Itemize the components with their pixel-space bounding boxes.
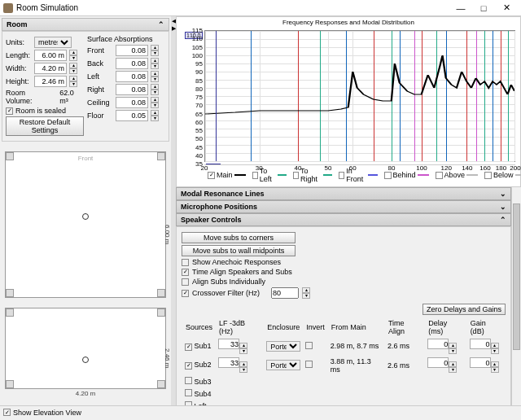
abs-front-input[interactable] [116, 45, 148, 56]
room-elevation-view[interactable] [5, 308, 166, 389]
abs-right-input[interactable] [116, 84, 148, 95]
lf-input[interactable] [218, 339, 239, 349]
collapse-icon: ⌃ [500, 216, 506, 224]
legend-checkbox[interactable] [339, 172, 345, 179]
legend-checkbox[interactable] [252, 172, 258, 179]
minimize-button[interactable]: — [449, 1, 472, 15]
xover-checkbox[interactable]: ✓ [182, 290, 189, 297]
enclosure-select[interactable]: Ported [266, 341, 300, 352]
legend-checkbox[interactable]: ✓ [208, 172, 215, 179]
show-elevation-label: Show Elevation View [13, 409, 81, 417]
invert-checkbox[interactable] [305, 342, 313, 349]
source-checkbox[interactable]: ✓ [185, 343, 192, 351]
title-bar: Room Simulation — □ ✕ [0, 0, 521, 16]
gain-input[interactable] [470, 339, 491, 349]
table-row: ✓ Sub2▴▾Ported3.88 m, 11.3 ms2.6 ms▴▾▴▾ [183, 357, 504, 374]
room-panel-header[interactable]: Room⌃ [2, 18, 169, 31]
modal-resonance-header[interactable]: Modal Resonance Lines⌄ [176, 187, 511, 200]
expand-icon: ⌄ [500, 190, 506, 198]
delay-input[interactable] [427, 339, 449, 349]
table-row: Left [183, 400, 504, 406]
restore-defaults-button[interactable]: Restore Default Settings [6, 116, 84, 136]
table-row: ✓ Sub1▴▾Ported2.98 m, 8.7 ms2.6 ms▴▾▴▾ [183, 338, 504, 355]
abs-back-input[interactable] [116, 58, 148, 69]
mic-positions-header[interactable]: Microphone Positions⌄ [176, 200, 511, 213]
collapse-icon: ⌃ [158, 20, 164, 28]
source-checkbox[interactable] [185, 389, 192, 396]
move-subs-midpoints-button[interactable]: Move subs to wall midpoints [182, 245, 296, 256]
legend-checkbox[interactable] [293, 172, 299, 179]
show-elevation-checkbox[interactable]: ✓ [3, 409, 11, 416]
left-panel: Room⌃ Units: metres Length: ▴▾ Width: ▴▾… [0, 16, 171, 405]
legend-checkbox[interactable] [484, 172, 492, 179]
legend-checkbox[interactable] [384, 172, 392, 179]
source-checkbox[interactable]: ✓ [185, 362, 192, 370]
align-indiv-checkbox[interactable] [182, 278, 189, 286]
delay-input[interactable] [427, 357, 449, 368]
timealign-checkbox[interactable]: ✓ [182, 269, 189, 276]
room-plan-view[interactable]: Front [5, 151, 166, 298]
app-icon [3, 3, 13, 13]
abs-ceiling-input[interactable] [116, 97, 148, 108]
length-input[interactable] [34, 50, 67, 61]
maximize-button[interactable]: □ [472, 1, 495, 15]
abs-left-input[interactable] [116, 71, 148, 82]
lf-input[interactable] [218, 357, 239, 368]
speaker-controls-header[interactable]: Speaker Controls⌃ [176, 213, 511, 226]
abs-floor-input[interactable] [116, 110, 148, 121]
source-checkbox[interactable] [185, 401, 192, 406]
width-input[interactable] [34, 63, 67, 74]
sealed-checkbox[interactable]: ✓ [6, 107, 13, 115]
legend-checkbox[interactable] [436, 172, 443, 179]
chart-title: Frequency Responses and Modal Distributi… [177, 17, 520, 28]
gain-input[interactable] [470, 357, 491, 368]
invert-checkbox[interactable] [305, 361, 313, 368]
table-row: Sub4 [183, 388, 504, 399]
xover-input[interactable] [271, 287, 299, 299]
units-select[interactable]: metres [34, 37, 72, 48]
anechoic-checkbox[interactable] [182, 259, 189, 266]
enclosure-select[interactable]: Ported [266, 360, 300, 370]
window-title: Room Simulation [16, 3, 449, 12]
close-button[interactable]: ✕ [495, 1, 518, 15]
height-input[interactable] [34, 76, 67, 87]
zero-delays-gains-button[interactable]: Zero Delays and Gains [422, 304, 506, 315]
expand-icon: ⌄ [500, 203, 506, 211]
scrollbar[interactable] [511, 187, 521, 405]
chart-area[interactable]: Frequency Responses and Modal Distributi… [176, 16, 521, 187]
move-subs-corners-button[interactable]: Move subs to corners [182, 232, 296, 243]
table-row: Sub3 [183, 376, 504, 387]
source-checkbox[interactable] [185, 377, 192, 384]
sources-table: SourcesLF -3dB (Hz)EnclosureInvertFrom M… [182, 317, 506, 405]
